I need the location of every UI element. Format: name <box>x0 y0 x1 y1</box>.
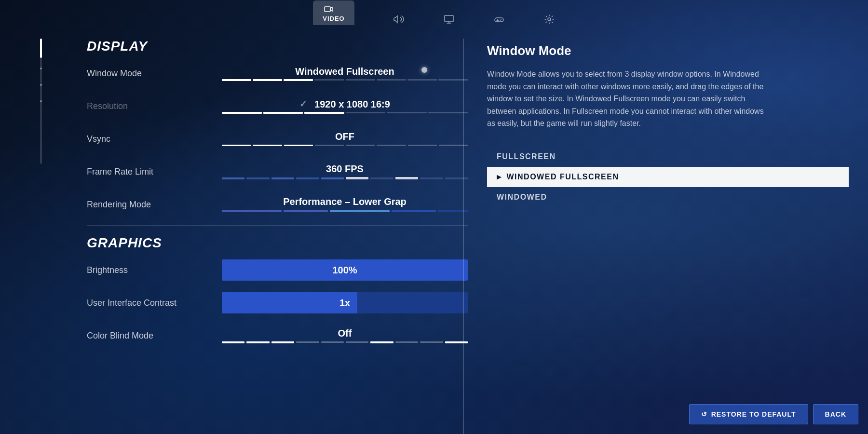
vsync-track <box>222 144 468 147</box>
frame-rate-track <box>222 176 468 180</box>
option-windowed-fullscreen[interactable]: ▶ WINDOWED FULLSCREEN <box>487 167 849 187</box>
scrollbar-thumb <box>40 39 42 58</box>
nav-item-audio[interactable] <box>393 14 405 25</box>
cb-seg-9 <box>420 341 443 343</box>
display-section-header: DISPLAY <box>87 39 468 54</box>
option-fullscreen-label: FULLSCREEN <box>497 152 556 161</box>
vs-seg-3 <box>284 145 313 146</box>
display-icon <box>443 14 455 25</box>
fr-seg-3 <box>271 177 294 179</box>
option-windowed[interactable]: WINDOWED <box>487 187 849 207</box>
window-mode-value: Windowed Fullscreen <box>222 66 468 77</box>
ui-contrast-control[interactable]: 1x <box>222 292 468 313</box>
vs-seg-1 <box>222 145 251 146</box>
restore-button[interactable]: ↺ RESTORE TO DEFAULT <box>689 404 808 424</box>
settings-icon <box>543 14 555 25</box>
rm-seg-2 <box>284 210 328 212</box>
fr-seg-6 <box>346 177 368 179</box>
ui-contrast-fill <box>222 292 357 313</box>
rendering-mode-value: Performance – Lower Grap <box>222 196 468 207</box>
wm-seg-4 <box>314 79 344 81</box>
frame-rate-row[interactable]: Frame Rate Limit 360 FPS <box>87 160 468 184</box>
res-seg-4 <box>346 112 386 113</box>
video-icon <box>323 3 334 15</box>
color-blind-row[interactable]: Color Blind Mode Off <box>87 324 468 348</box>
cb-seg-7 <box>370 341 393 343</box>
ui-contrast-row[interactable]: User Interface Contrast 1x <box>87 291 468 315</box>
fr-seg-5 <box>321 177 344 179</box>
restore-label: RESTORE TO DEFAULT <box>711 410 796 418</box>
wm-seg-5 <box>346 79 375 81</box>
top-nav: VIDEO <box>0 0 868 29</box>
ui-contrast-label: User Interface Contrast <box>87 298 222 308</box>
rendering-mode-control[interactable]: Performance – Lower Grap <box>222 196 468 213</box>
svg-point-3 <box>500 20 501 21</box>
fr-seg-9 <box>420 177 443 179</box>
fr-seg-8 <box>395 177 418 179</box>
res-seg-2 <box>263 112 303 114</box>
rm-seg-4 <box>392 210 436 212</box>
brightness-control[interactable]: 100% <box>222 259 468 281</box>
resolution-row[interactable]: Resolution ✓ 1920 x 1080 16:9 <box>87 94 468 118</box>
vsync-label: Vsync <box>87 134 222 144</box>
color-blind-value: Off <box>222 328 468 339</box>
fr-seg-2 <box>246 177 269 179</box>
fr-seg-4 <box>296 177 319 179</box>
resolution-track <box>222 112 468 114</box>
wm-seg-3 <box>284 79 313 81</box>
resolution-text: 1920 x 1080 16:9 <box>314 99 390 110</box>
panel-description: Window Mode allows you to select from 3 … <box>487 68 767 130</box>
wm-seg-2 <box>253 79 282 81</box>
window-mode-options: FULLSCREEN ▶ WINDOWED FULLSCREEN WINDOWE… <box>487 147 849 207</box>
scrollbar[interactable] <box>36 39 46 164</box>
brightness-label: Brightness <box>87 265 222 275</box>
option-fullscreen[interactable]: FULLSCREEN <box>487 147 849 167</box>
svg-rect-0 <box>325 7 330 12</box>
apply-button[interactable]: BACK <box>813 404 858 424</box>
rendering-mode-label: Rendering Mode <box>87 200 222 210</box>
window-mode-row[interactable]: Window Mode Windowed Fullscreen <box>87 61 468 85</box>
nav-item-video[interactable]: VIDEO <box>313 0 354 25</box>
color-blind-track <box>222 341 468 344</box>
rm-seg-3 <box>330 210 390 212</box>
window-mode-control[interactable]: Windowed Fullscreen <box>222 66 468 81</box>
vertical-divider <box>463 39 464 434</box>
vs-seg-2 <box>253 145 282 146</box>
audio-icon <box>393 14 405 25</box>
resolution-control[interactable]: ✓ 1920 x 1080 16:9 <box>222 99 468 114</box>
nav-tab-bg-video: VIDEO <box>313 0 354 25</box>
nav-item-controller[interactable] <box>493 14 505 25</box>
brightness-bar[interactable]: 100% <box>222 259 468 281</box>
cb-seg-6 <box>346 341 368 343</box>
rendering-mode-row[interactable]: Rendering Mode Performance – Lower Grap <box>87 192 468 217</box>
ui-contrast-bar[interactable]: 1x <box>222 292 468 313</box>
bottom-buttons: ↺ RESTORE TO DEFAULT BACK <box>689 404 858 424</box>
brightness-value: 100% <box>332 265 357 276</box>
nav-item-settings[interactable] <box>543 14 555 25</box>
option-windowed-label: WINDOWED <box>497 193 547 202</box>
svg-point-2 <box>501 19 502 20</box>
scrollbar-dot-3 <box>40 100 42 102</box>
wm-seg-6 <box>377 79 406 81</box>
color-blind-control[interactable]: Off <box>222 328 468 344</box>
res-seg-5 <box>387 112 427 113</box>
option-windowed-fullscreen-label: WINDOWED FULLSCREEN <box>507 173 619 181</box>
right-panel: Window Mode Window Mode allows you to se… <box>468 29 868 434</box>
apply-label: BACK <box>825 410 846 418</box>
vs-seg-7 <box>408 145 437 146</box>
scrollbar-dots <box>40 68 42 102</box>
frame-rate-control[interactable]: 360 FPS <box>222 163 468 180</box>
scrollbar-dot-1 <box>40 68 42 69</box>
res-seg-6 <box>428 112 468 113</box>
svg-point-4 <box>548 18 551 21</box>
nav-item-display[interactable] <box>443 14 455 25</box>
brightness-row[interactable]: Brightness 100% <box>87 258 468 282</box>
wm-seg-1 <box>222 79 251 81</box>
vsync-row[interactable]: Vsync OFF <box>87 127 468 151</box>
graphics-settings-list: Brightness 100% User Interface Contrast … <box>87 258 468 348</box>
vsync-control[interactable]: OFF <box>222 131 468 147</box>
display-settings-list: Window Mode Windowed Fullscreen Resoluti… <box>87 61 468 217</box>
res-seg-3 <box>304 112 344 114</box>
fr-seg-10 <box>445 177 468 179</box>
rm-seg-1 <box>222 210 282 212</box>
